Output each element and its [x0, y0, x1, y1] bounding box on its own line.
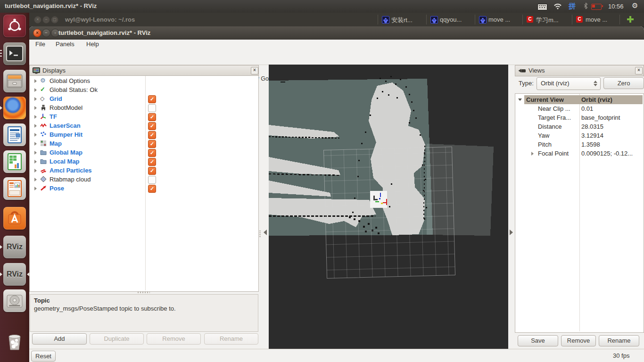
view-row-current-view[interactable]: Current View Orbit (rviz) — [515, 95, 643, 104]
menu-file[interactable]: File — [35, 41, 45, 48]
collapse-left-arrow-icon[interactable] — [264, 230, 267, 235]
visibility-checkbox[interactable] — [148, 140, 156, 148]
bg-maximize-icon[interactable] — [51, 16, 58, 24]
firefox-launcher-icon[interactable] — [3, 97, 26, 119]
tab-5[interactable]: move ... — [586, 16, 607, 23]
visibility-checkbox[interactable] — [148, 95, 156, 103]
expander-icon[interactable] — [34, 106, 37, 110]
save-view-button[interactable]: Save — [518, 335, 558, 346]
zero-button[interactable]: Zero — [603, 77, 644, 89]
visibility-checkbox[interactable] — [148, 122, 156, 130]
spinner-arrows-icon[interactable] — [594, 80, 597, 87]
bg-minimize-icon[interactable] — [42, 16, 50, 24]
expander-icon[interactable] — [518, 99, 522, 101]
wifi-icon[interactable] — [553, 3, 562, 9]
libreoffice-writer-launcher-icon[interactable] — [3, 123, 26, 146]
visibility-checkbox[interactable] — [148, 158, 156, 166]
view-row-distance[interactable]: Distance 28.0315 — [515, 122, 643, 131]
display-row-robotmodel[interactable]: RobotModel — [30, 103, 258, 112]
expander-icon[interactable] — [34, 178, 37, 181]
dash-home-button[interactable] — [3, 15, 26, 37]
display-row-grid[interactable]: Grid — [30, 94, 258, 103]
expander-icon[interactable] — [34, 142, 37, 146]
pinyin-input-icon[interactable]: 拼 — [569, 2, 576, 11]
expander-icon[interactable] — [34, 115, 37, 119]
panel-splitter-grip[interactable] — [138, 291, 150, 293]
visibility-checkbox[interactable] — [148, 176, 156, 184]
visibility-checkbox[interactable] — [148, 185, 156, 193]
expander-icon[interactable] — [34, 133, 37, 137]
close-icon[interactable] — [33, 29, 41, 37]
tab-1[interactable]: 安装rt... — [391, 16, 413, 25]
display-row-amcl-particles[interactable]: Amcl Particles — [30, 166, 258, 175]
rviz-titlebar[interactable]: turtlebot_navigation.rviz* - RViz — [29, 26, 644, 40]
libreoffice-impress-launcher-icon[interactable] — [3, 177, 26, 200]
view-row-yaw[interactable]: Yaw 3.12914 — [515, 131, 643, 140]
battery-icon[interactable] — [591, 4, 602, 10]
visibility-checkbox[interactable] — [148, 149, 156, 157]
view-type-dropdown[interactable]: Orbit (rviz) — [537, 77, 601, 90]
file-manager-launcher-icon[interactable] — [3, 70, 26, 92]
libreoffice-calc-launcher-icon[interactable] — [3, 150, 26, 173]
expander-icon[interactable] — [34, 79, 37, 83]
expander-icon[interactable] — [34, 169, 37, 173]
menu-help[interactable]: Help — [86, 41, 99, 48]
disk-utility-launcher-icon[interactable] — [3, 289, 26, 312]
expander-icon[interactable] — [531, 152, 534, 156]
view-row-near-clip[interactable]: Near Clip ... 0.01 — [515, 104, 643, 113]
new-tab-plus-icon[interactable] — [627, 16, 634, 23]
display-row-laserscan[interactable]: LaserScan — [30, 121, 258, 130]
rviz-launcher-icon[interactable]: RViz — [3, 236, 26, 258]
menu-panels[interactable]: Panels — [56, 41, 74, 48]
display-row-bumper-hit[interactable]: Bumper Hit — [30, 130, 258, 139]
view-row-pitch[interactable]: Pitch 1.3598 — [515, 140, 643, 149]
trash-launcher-icon[interactable] — [3, 330, 26, 353]
remove-view-button[interactable]: Remove — [561, 335, 596, 346]
bg-close-icon[interactable] — [34, 16, 41, 24]
splitter-grip[interactable] — [259, 230, 261, 238]
displays-close-icon[interactable] — [251, 67, 258, 74]
visibility-checkbox[interactable] — [148, 113, 156, 121]
view-row-target-frame[interactable]: Target Fra... base_footprint — [515, 113, 643, 122]
tab-3[interactable]: move ... — [488, 16, 510, 23]
rviz-active-launcher-icon[interactable]: RViz — [3, 263, 26, 286]
terminal-launcher-icon[interactable] — [3, 42, 26, 65]
display-row-tf[interactable]: TF — [30, 112, 258, 121]
tab-4[interactable]: 学习m... — [536, 16, 559, 25]
expander-icon[interactable] — [34, 160, 37, 164]
display-row-map[interactable]: Map — [30, 139, 258, 148]
keyboard-indicator-icon[interactable] — [537, 4, 547, 10]
tab-2[interactable]: qqyou... — [440, 16, 462, 23]
visibility-checkbox[interactable] — [148, 131, 156, 139]
duplicate-button[interactable]: Duplicate — [90, 333, 144, 345]
reset-button[interactable]: Reset — [31, 351, 56, 362]
background-window-titlebar[interactable]: wyl@wyl-Lenovo: ~/.ros 安装rt... qqyou... … — [29, 13, 644, 27]
bluetooth-icon[interactable] — [583, 2, 588, 9]
visibility-checkbox[interactable] — [148, 167, 156, 175]
expander-icon[interactable] — [34, 124, 37, 128]
visibility-checkbox[interactable] — [148, 104, 156, 112]
session-gear-icon[interactable] — [632, 1, 638, 10]
displays-panel-header[interactable]: Displays — [29, 65, 259, 76]
view-row-focal-point[interactable]: Focal Point 0.0090125; -0.12... — [515, 149, 643, 158]
views-panel-header[interactable]: Views — [515, 65, 644, 76]
3d-viewport[interactable] — [269, 65, 508, 349]
display-row-global-map[interactable]: Global Map — [30, 148, 258, 157]
display-row-pose[interactable]: Pose — [30, 184, 258, 193]
rename-view-button[interactable]: Rename — [599, 335, 639, 346]
expander-icon[interactable] — [34, 88, 37, 92]
views-close-icon[interactable] — [635, 67, 643, 74]
remove-display-button[interactable]: Remove — [147, 333, 201, 345]
minimize-icon[interactable] — [42, 29, 50, 37]
clock[interactable]: 10:56 — [608, 3, 624, 10]
collapse-right-arrow-icon[interactable] — [510, 230, 513, 235]
display-row-global-options[interactable]: Global Options — [30, 76, 258, 85]
expander-icon[interactable] — [34, 151, 37, 155]
expander-icon[interactable] — [34, 97, 37, 101]
software-center-launcher-icon[interactable] — [3, 207, 26, 230]
display-row-global-status[interactable]: Global Status: Ok — [30, 85, 258, 94]
display-row-local-map[interactable]: Local Map — [30, 157, 258, 166]
add-button[interactable]: Add — [32, 333, 87, 345]
expander-icon[interactable] — [34, 187, 37, 190]
rename-display-button[interactable]: Rename — [204, 333, 258, 345]
